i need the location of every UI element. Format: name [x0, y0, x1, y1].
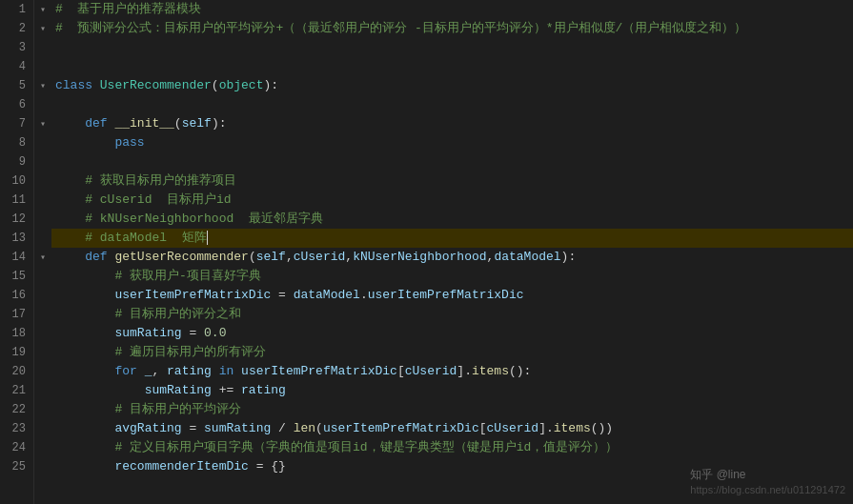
line-number-13: 13	[8, 229, 26, 248]
token-fn: getUserRecommender	[114, 250, 248, 264]
code-lines: # 基于用户的推荐器模块# 预测评分公式：目标用户的平均评分+（（最近邻用户的评…	[51, 0, 853, 504]
token-param: cUserid	[294, 250, 346, 264]
token-normal: =	[182, 421, 204, 435]
fold-indicator-3	[34, 38, 51, 57]
fold-icon[interactable]: ▾	[40, 119, 46, 130]
token-normal: /	[271, 421, 293, 435]
code-line-22: # 目标用户的平均评分	[51, 400, 853, 419]
token-param: kNUserNeighborhood	[353, 250, 486, 264]
line-number-20: 20	[8, 362, 26, 381]
token-normal: [	[479, 421, 487, 435]
fold-indicator-16	[34, 286, 51, 305]
line-number-6: 6	[8, 95, 26, 114]
token-var: sumRating	[204, 421, 271, 435]
line-number-14: 14	[8, 248, 26, 267]
token-kw: def	[85, 250, 114, 264]
cursor	[207, 231, 208, 245]
token-normal: [	[397, 364, 405, 378]
token-kw: in	[212, 364, 241, 378]
code-area: 1234567891011121314151617181920212223242…	[0, 0, 853, 504]
fold-indicator-22	[34, 400, 51, 419]
token-normal: ,	[286, 250, 294, 264]
code-line-6	[51, 95, 853, 114]
code-line-19: # 遍历目标用户的所有评分	[51, 343, 853, 362]
token-kw: pass	[114, 135, 144, 150]
code-line-20: for _, rating in userItemPrefMatrixDic[c…	[51, 362, 853, 381]
token-param: dataModel	[494, 250, 560, 264]
token-var: userItemPrefMatrixDic	[323, 421, 479, 435]
line-number-1: 1	[8, 0, 26, 19]
fold-icon[interactable]: ▾	[40, 252, 46, 263]
token-var: dataModel	[294, 288, 360, 302]
line-number-11: 11	[8, 191, 26, 210]
line-number-23: 23	[8, 419, 26, 438]
fold-indicator-1[interactable]: ▾	[34, 0, 51, 19]
token-cls: object	[219, 78, 264, 92]
token-normal: ].	[457, 364, 472, 378]
code-line-24: # 定义目标用户项目字典（字典的值是项目id，键是字典类型（键是用户id，值是评…	[51, 438, 853, 457]
token-normal: ,	[152, 364, 167, 378]
code-line-17: # 目标用户的评分之和	[51, 305, 853, 324]
token-fn: items	[472, 364, 509, 378]
fold-icon[interactable]: ▾	[40, 5, 46, 15]
fold-indicator-15	[34, 267, 51, 286]
token-var: userItemPrefMatrixDic	[114, 288, 271, 302]
token-normal: ())	[591, 421, 613, 435]
token-normal: +=	[212, 383, 241, 397]
token-fn: __init__	[114, 116, 173, 131]
token-normal: ):	[263, 78, 278, 92]
token-normal: (	[315, 421, 323, 435]
token-kw: def	[85, 116, 114, 131]
line-number-19: 19	[8, 343, 26, 362]
code-line-15: # 获取用户-项目喜好字典	[51, 267, 853, 286]
fold-icon[interactable]: ▾	[40, 81, 46, 91]
token-comment: # 目标用户的评分之和	[114, 307, 241, 321]
token-comment: # 获取用户-项目喜好字典	[114, 269, 260, 283]
token-comment: # 目标用户的平均评分	[114, 402, 241, 416]
token-normal: =	[271, 288, 293, 302]
token-kw: for	[114, 364, 144, 378]
token-var: rating	[241, 383, 286, 397]
token-normal: ():	[509, 364, 531, 378]
fold-indicator-10	[34, 171, 51, 191]
token-comment: # 定义目标用户项目字典（字典的值是项目id，键是字典类型（键是用户id，值是评…	[114, 440, 618, 454]
fold-icon[interactable]: ▾	[40, 24, 46, 34]
fold-indicator-12	[34, 210, 51, 229]
fold-indicator-11	[34, 191, 51, 210]
line-number-24: 24	[8, 438, 26, 457]
line-number-3: 3	[8, 38, 26, 57]
fold-indicator-19	[34, 343, 51, 362]
line-number-5: 5	[8, 76, 26, 95]
code-line-2: # 预测评分公式：目标用户的平均评分+（（最近邻用户的评分 -目标用户的平均评分…	[51, 19, 853, 38]
token-comment: # 遍历目标用户的所有评分	[114, 345, 266, 359]
token-var: userItemPrefMatrixDic	[368, 288, 524, 302]
token-fn: len	[294, 421, 315, 435]
token-var: sumRating	[145, 383, 212, 397]
fold-indicator-14[interactable]: ▾	[34, 248, 51, 267]
fold-indicator-24	[34, 438, 51, 457]
token-comment: # cUserid 目标用户id	[85, 192, 231, 207]
line-number-18: 18	[8, 324, 26, 343]
token-var: userItemPrefMatrixDic	[241, 364, 397, 378]
code-line-9	[51, 152, 853, 171]
code-line-16: userItemPrefMatrixDic = dataModel.userIt…	[51, 286, 853, 305]
token-cls: UserRecommender	[100, 78, 212, 92]
token-var: rating	[167, 364, 212, 378]
code-line-4	[51, 57, 853, 76]
token-normal: (	[174, 116, 182, 131]
fold-indicator-25	[34, 457, 51, 476]
line-number-2: 2	[8, 19, 26, 38]
fold-indicator-2[interactable]: ▾	[34, 19, 51, 38]
token-var: cUserid	[487, 421, 539, 435]
token-normal: ):	[561, 250, 577, 264]
line-number-15: 15	[8, 267, 26, 286]
fold-indicator-8	[34, 133, 51, 152]
fold-indicator-18	[34, 324, 51, 343]
fold-indicator-5[interactable]: ▾	[34, 76, 51, 95]
fold-indicator-20	[34, 362, 51, 381]
fold-gutter[interactable]: ▾▾▾▾▾	[34, 0, 51, 504]
fold-indicator-4	[34, 57, 51, 76]
line-number-10: 10	[8, 171, 26, 191]
fold-indicator-7[interactable]: ▾	[34, 114, 51, 133]
line-number-4: 4	[8, 57, 26, 76]
